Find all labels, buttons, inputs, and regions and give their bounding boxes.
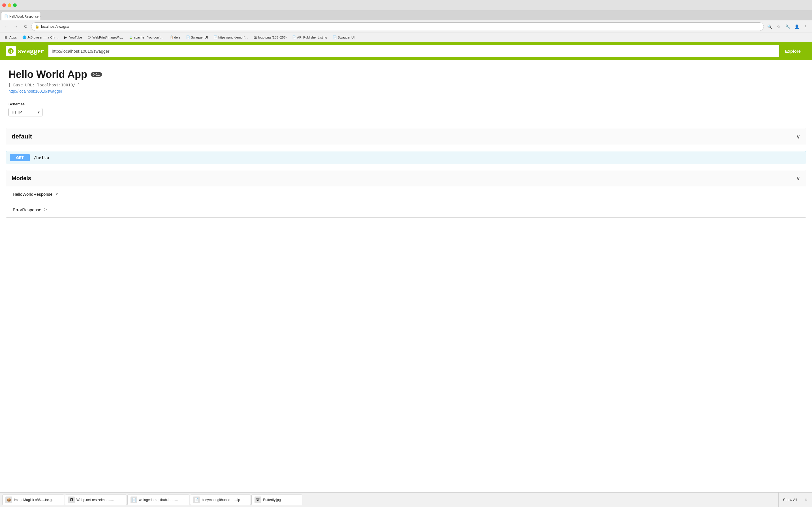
app-base-url: [ Base URL: localhost:10010/ ] [8, 83, 804, 87]
bookmarks-bar: ⊞ Apps 🌐 JxBrowser — a Chr… ▶ YouTube ⬡ … [0, 33, 812, 42]
bookmark-apache[interactable]: 🍃 apache - You don't… [127, 34, 166, 41]
bookmark-swagger-ui[interactable]: 📄 Swagger UI [184, 34, 210, 41]
nav-icons: 🔍 ☆ 🔧 👤 ⋮ [765, 23, 810, 31]
search-icon[interactable]: 🔍 [765, 23, 773, 31]
logo-icon: 🖼 [253, 36, 257, 39]
schemes-section: Schemes HTTP [0, 99, 812, 122]
app-title-row: Hello World App 0.0.1 [8, 68, 804, 80]
page-content: {} swagger Explore Hello World App 0.0.1… [0, 42, 812, 240]
schemes-label: Schemes [8, 102, 804, 106]
swagger-logo-icon: {} [6, 46, 16, 56]
more-icon[interactable]: ⋮ [802, 23, 810, 31]
app-version-badge: 0.0.1 [90, 72, 102, 77]
bookmark-jxbrowser-label: JxBrowser — a Chr… [27, 36, 59, 39]
bookmark-pnc-label: https://pnc-demo-f… [218, 36, 248, 39]
app-title: Hello World App [8, 68, 87, 80]
bookmark-swagger-ui-label: Swagger UI [191, 36, 208, 39]
explore-button[interactable]: Explore [779, 45, 806, 57]
close-window-button[interactable] [2, 3, 6, 7]
swagger-url-input[interactable] [48, 45, 779, 57]
swagger-header: {} swagger Explore [0, 42, 812, 60]
nav-bar: ← → ↻ 🔒 localhost/swag/#/ 🔍 ☆ 🔧 👤 ⋮ [0, 20, 812, 33]
endpoint-row-get-hello[interactable]: GET /hello [6, 151, 806, 164]
tab-label: HelloWorldResponse [9, 15, 39, 18]
jxbrowser-icon: 🌐 [22, 36, 26, 39]
swagger-logo: {} swagger [6, 46, 44, 56]
pnc-icon: 📄 [213, 36, 217, 39]
window-controls [2, 3, 17, 7]
model-item-hello-world-response[interactable]: HelloWorldResponse > [6, 186, 806, 202]
extensions-icon[interactable]: 🔧 [784, 23, 792, 31]
models-section: Models ∨ HelloWorldResponse > ErrorRespo… [6, 170, 806, 218]
tab-favicon: 📄 [4, 14, 8, 18]
model-chevron-hello-world: > [56, 191, 58, 196]
bookmark-apache-label: apache - You don't… [134, 36, 164, 39]
endpoint-path: /hello [34, 155, 49, 160]
bookmark-webprint-label: WebPrint/ImageWr… [92, 36, 123, 39]
address-bar[interactable]: 🔒 localhost/swag/#/ [31, 22, 764, 31]
bookmark-swagger-ui-2[interactable]: 📄 Swagger UI [330, 34, 357, 41]
bookmark-swagger-ui-2-label: Swagger UI [337, 36, 355, 39]
api-section-header[interactable]: default ∨ [6, 128, 806, 145]
schemes-select-wrapper: HTTP [8, 108, 43, 116]
app-info: Hello World App 0.0.1 [ Base URL: localh… [0, 60, 812, 99]
model-chevron-error: > [44, 207, 47, 212]
tabs-bar: 📄 HelloWorldResponse × [0, 10, 812, 20]
swagger-url-bar: Explore [48, 45, 806, 57]
model-item-error-response[interactable]: ErrorResponse > [6, 202, 806, 218]
bookmark-pnc[interactable]: 📄 https://pnc-demo-f… [211, 34, 250, 41]
bookmark-icon[interactable]: ☆ [774, 23, 783, 31]
default-chevron-icon: ∨ [796, 133, 800, 140]
bookmark-youtube-label: YouTube [69, 36, 82, 39]
bookmark-api-publisher[interactable]: 📄 API Publisher Listing [290, 34, 329, 41]
api-section-default: default ∨ [6, 128, 806, 145]
maximize-window-button[interactable] [13, 3, 17, 7]
tab-close-button[interactable]: × [40, 14, 41, 18]
model-name-hello-world-response: HelloWorldResponse [13, 192, 53, 196]
app-swagger-link[interactable]: http://localhost:10010/swagger [8, 89, 62, 94]
svg-text:{}: {} [9, 49, 12, 53]
schemes-select[interactable]: HTTP [8, 108, 43, 116]
minimize-window-button[interactable] [8, 3, 11, 7]
bookmark-api-publisher-label: API Publisher Listing [297, 36, 327, 39]
swagger-ui-icon: 📄 [186, 36, 190, 39]
bookmark-jxbrowser[interactable]: 🌐 JxBrowser — a Chr… [20, 34, 61, 41]
back-button[interactable]: ← [2, 23, 10, 31]
bookmark-apps-label: Apps [9, 36, 17, 39]
lock-icon: 🔒 [35, 24, 39, 29]
apache-icon: 🍃 [129, 36, 133, 39]
api-section-title: default [12, 133, 32, 140]
youtube-icon: ▶ [64, 36, 68, 39]
bookmark-youtube[interactable]: ▶ YouTube [62, 34, 84, 41]
bookmark-apps[interactable]: ⊞ Apps [2, 34, 19, 41]
bookmark-logo-label: logo.png (185×256) [258, 36, 287, 39]
models-chevron-icon: ∨ [796, 175, 800, 181]
address-text: localhost/swag/#/ [41, 24, 760, 29]
bookmark-dele[interactable]: 📋 dele [167, 34, 183, 41]
models-title: Models [12, 175, 31, 181]
swagger-logo-text: swagger [18, 47, 44, 55]
model-name-error-response: ErrorResponse [13, 207, 41, 212]
bookmark-dele-label: dele [174, 36, 180, 39]
method-badge-get: GET [10, 154, 30, 161]
api-publisher-icon: 📄 [292, 36, 296, 39]
webprint-icon: ⬡ [88, 36, 92, 39]
section-divider [0, 122, 812, 122]
dele-icon: 📋 [169, 36, 173, 39]
tab-swagger-ui[interactable]: 📄 HelloWorldResponse × [1, 12, 41, 20]
bookmark-webprint[interactable]: ⬡ WebPrint/ImageWr… [85, 34, 125, 41]
apps-icon: ⊞ [5, 36, 8, 39]
title-bar [0, 0, 812, 10]
browser-chrome: 📄 HelloWorldResponse × ← → ↻ 🔒 localhost… [0, 0, 812, 42]
profile-icon[interactable]: 👤 [793, 23, 801, 31]
reload-button[interactable]: ↻ [21, 23, 29, 31]
forward-button[interactable]: → [12, 23, 20, 31]
bookmark-logo[interactable]: 🖼 logo.png (185×256) [251, 34, 289, 41]
models-header[interactable]: Models ∨ [6, 170, 806, 186]
swagger-ui-2-icon: 📄 [333, 36, 337, 39]
